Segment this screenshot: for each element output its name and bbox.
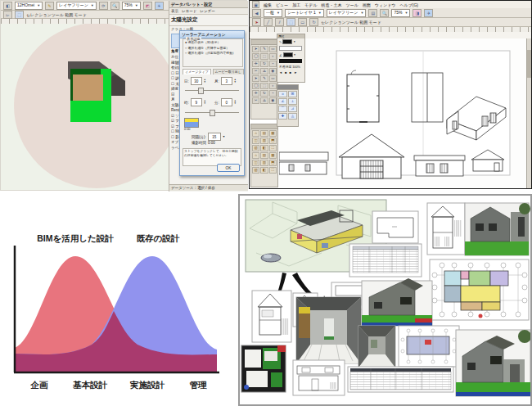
sheet-layer-combo[interactable]: シートレイヤ 1▼: [285, 9, 324, 17]
select-arrow-icon[interactable]: ▻: [3, 11, 12, 19]
tool-palette-icon[interactable]: ➤: [252, 75, 259, 82]
tool-palette-icon[interactable]: ◉: [269, 68, 277, 74]
tool-palette-icon[interactable]: ✎: [260, 75, 268, 82]
class-combo[interactable]: 一般▼: [264, 9, 282, 17]
minute-stepper[interactable]: ▲▼: [234, 100, 237, 105]
hour-stepper[interactable]: ▲▼: [204, 100, 206, 105]
tool-palette-icon[interactable]: ⬚: [260, 83, 268, 89]
dline-tool-icon[interactable]: ⫽: [275, 18, 284, 26]
snap-palette-icon[interactable]: ⟂: [288, 98, 297, 105]
tab-movie-export[interactable]: ムービー取り出し: [213, 69, 244, 74]
hour-input[interactable]: 9: [191, 98, 202, 106]
tool-palette-icon[interactable]: ✎: [260, 46, 268, 52]
layer-filter-combo[interactable]: レイヤフリーン▼: [327, 9, 367, 17]
tool-palette-icon[interactable]: ↻: [260, 90, 268, 97]
select-tool-icon[interactable]: ➤: [252, 18, 261, 26]
zoom-combo[interactable]: 75%▼: [122, 2, 141, 10]
build-palette-icon[interactable]: ▤: [260, 130, 268, 137]
tr-zoom-combo[interactable]: 75%▼: [391, 9, 410, 17]
snap-palette-icon[interactable]: ◬: [288, 113, 297, 120]
build-palette-icon[interactable]: ⛶: [269, 167, 277, 174]
tool-palette-icon[interactable]: ✛: [252, 61, 259, 67]
snap-palette-icon[interactable]: ⌒: [278, 106, 287, 112]
minute-input[interactable]: 0: [221, 98, 232, 106]
build-palette-icon[interactable]: ▦: [269, 152, 277, 159]
snap-palette-icon[interactable]: ⊿: [288, 106, 297, 112]
day-stepper[interactable]: ▲▼: [204, 79, 206, 83]
update-icon[interactable]: ⟳: [99, 2, 108, 10]
build-palette-icon[interactable]: ▧: [252, 167, 259, 174]
build-palette-icon[interactable]: ⬒: [269, 138, 277, 144]
menu-item[interactable]: 編集: [264, 2, 272, 7]
tool-palette-icon[interactable]: ⬚: [260, 53, 268, 60]
build-palette-icon[interactable]: ◫: [252, 138, 259, 144]
snap-palette-icon[interactable]: ∠: [278, 98, 287, 105]
tool-palette-icon[interactable]: ⌖: [269, 53, 277, 60]
tr-drawing-canvas[interactable]: [279, 38, 530, 188]
nav-icon[interactable]: ◀: [252, 9, 261, 17]
tool-palette-icon[interactable]: ◉: [269, 97, 277, 104]
menu-item[interactable]: ツール: [346, 2, 358, 7]
tool-palette-icon[interactable]: ▭: [269, 46, 277, 52]
render-mode-icon[interactable]: ◨: [413, 9, 422, 17]
build-palette-icon[interactable]: ▥: [260, 160, 268, 166]
tab-image-type[interactable]: イメージタイプ: [183, 69, 211, 74]
selection-tool-icon[interactable]: ⬚: [15, 11, 24, 19]
palette-tab[interactable]: レンダー: [200, 9, 214, 13]
day-input[interactable]: 30: [191, 77, 202, 85]
menu-item[interactable]: モデル: [304, 2, 317, 7]
sun-tool-icon[interactable]: ☀: [155, 2, 164, 10]
tool-palette-icon[interactable]: ✂: [252, 97, 259, 104]
pen-icon[interactable]: ✎: [45, 2, 54, 10]
palette-tab[interactable]: 表示: [171, 9, 178, 13]
time-slider[interactable]: [185, 112, 239, 113]
zoom-in-icon[interactable]: 🔍: [110, 2, 119, 10]
tool-palette-icon[interactable]: ⟁: [260, 68, 268, 74]
menu-item[interactable]: ウィンドウ: [375, 2, 396, 7]
palette-tab[interactable]: レコード: [182, 9, 196, 13]
data-palette-footer[interactable]: データソース：選択 / 保存: [169, 184, 248, 191]
menu-item[interactable]: 構造・土木: [322, 2, 342, 7]
ok-button[interactable]: OK: [217, 164, 240, 172]
time-slider-thumb[interactable]: [210, 110, 215, 116]
save-view-icon[interactable]: ▤: [368, 9, 377, 17]
view-icon[interactable]: ◧: [3, 2, 12, 10]
tool-palette-icon[interactable]: ▭: [269, 75, 277, 82]
snap-palette-icon[interactable]: ⊞: [288, 91, 297, 97]
build-palette-icon[interactable]: ◧: [260, 167, 268, 174]
magnify-icon[interactable]: 🔍: [380, 9, 389, 17]
flyover-icon[interactable]: ✈: [424, 9, 433, 17]
tool-palette-icon[interactable]: ◯: [252, 53, 259, 60]
snap-palette-icon[interactable]: ⌗: [278, 91, 287, 97]
rect-tool-icon[interactable]: ▭: [298, 18, 307, 26]
month-input[interactable]: 3: [221, 77, 232, 85]
build-palette-icon[interactable]: ▧: [252, 145, 259, 151]
opacity-row[interactable]: 不透明度 100%: [279, 65, 300, 69]
build-palette-icon[interactable]: ◫: [252, 160, 259, 166]
view-combo[interactable]: 12HOmei▼: [15, 2, 43, 10]
menu-item[interactable]: ビュー: [276, 2, 288, 7]
line-weight-preview[interactable]: [279, 59, 302, 63]
tool-palette-icon[interactable]: ✛: [252, 90, 259, 97]
menu-item[interactable]: 画面: [363, 2, 371, 7]
build-palette-icon[interactable]: ▦: [269, 130, 277, 137]
date-slider[interactable]: [185, 90, 239, 91]
pen-color-swatch[interactable]: [282, 39, 292, 44]
menu-item[interactable]: ヘルプ(G): [399, 2, 418, 7]
build-palette-icon[interactable]: ▤: [260, 152, 268, 159]
line-style-preview[interactable]: [279, 46, 302, 51]
build-palette-icon[interactable]: ▥: [260, 138, 268, 144]
render-icon[interactable]: ◩: [143, 2, 152, 10]
build-palette-icon[interactable]: ⌂: [252, 130, 259, 137]
menu-item[interactable]: 加工: [292, 2, 300, 7]
tool-palette-icon[interactable]: ⌁: [269, 61, 277, 67]
snap-palette-icon[interactable]: ✚: [278, 113, 287, 120]
tool-palette-icon[interactable]: ◯: [252, 83, 259, 89]
tool-palette-icon[interactable]: ➤: [252, 46, 259, 52]
line-tool-icon[interactable]: ╱: [264, 18, 273, 26]
build-palette-icon[interactable]: ⛶: [269, 145, 277, 151]
tool-palette-icon[interactable]: ↻: [260, 61, 268, 67]
tool-palette-icon[interactable]: ⌁: [269, 90, 277, 97]
fill-color-swatch[interactable]: [283, 52, 293, 57]
month-stepper[interactable]: ▲▼: [234, 79, 237, 83]
